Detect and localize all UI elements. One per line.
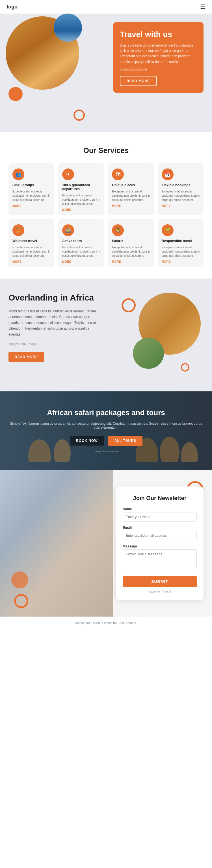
service-title-6: Safaris [112, 239, 123, 243]
newsletter-title: Join Our Newsletter [123, 495, 197, 501]
hero-image-credit: Images from freepik [120, 67, 197, 71]
service-body-0: Excepteur sint occaecat cupidatat non pr… [12, 189, 50, 202]
newsletter-photo [0, 470, 113, 617]
service-icon-1: ✈ [62, 168, 74, 180]
message-input[interactable] [123, 550, 197, 569]
service-body-1: Excepteur sint occaecat cupidatat non pr… [62, 193, 100, 206]
service-title-4: Wellness travel [12, 239, 37, 243]
services-heading: Our Services [8, 146, 204, 155]
service-body-4: Excepteur sint occaecat cupidatat non pr… [12, 245, 50, 258]
submit-button[interactable]: SUBMIT [123, 576, 197, 587]
hero-small-circle-image [54, 13, 82, 42]
safari-section: African safari packages and tours Simple… [0, 392, 212, 470]
service-icon-0: 👥 [12, 168, 24, 180]
service-body-5: Excepteur sint occaecat cupidatat non pr… [62, 245, 100, 258]
hero-ring-decoration [74, 110, 85, 121]
hero-body: Duis aute irure dolor in reprehenderit i… [120, 43, 197, 65]
email-label: Email [123, 526, 197, 530]
service-title-2: Unique places [112, 183, 135, 187]
overlanding-orange-ring [122, 298, 136, 312]
service-body-6: Excepteur sint occaecat cupidatat non pr… [112, 245, 150, 258]
services-section: Our Services 👥 Small groups Excepteur si… [0, 132, 212, 279]
overlanding-content: Overlanding in Africa Morbi tempus iacul… [8, 292, 105, 362]
newsletter-ring [14, 594, 28, 608]
hero-title: Travel with us [120, 30, 197, 39]
service-icon-4: 🏋 [12, 224, 24, 236]
safari-body: Simple Text. Lorem ipsum dolor sit amet,… [8, 422, 204, 430]
service-icon-6: 🦁 [112, 224, 124, 236]
safari-image-credit: image from Freepix [8, 450, 204, 453]
service-more-link-2[interactable]: MORE [112, 204, 121, 208]
service-card-2: 🗺 Unique places Excepteur sint occaecat … [108, 163, 154, 215]
service-title-1: 100% guaranteed departures [62, 183, 100, 191]
overlanding-title: Overlanding in Africa [8, 292, 99, 303]
newsletter-section: Join Our Newsletter Name Email Message S… [0, 470, 212, 617]
couple-image [0, 470, 113, 617]
overlanding-small-circle [133, 338, 164, 369]
overlanding-image-group [105, 292, 204, 377]
services-grid: 👥 Small groups Excepteur sint occaecat c… [8, 163, 204, 267]
service-body-3: Excepteur sint occaecat cupidatat non pr… [162, 189, 200, 202]
safari-all-tours-button[interactable]: ALL TOURS [108, 436, 142, 446]
service-card-3: 📅 Flexible bookings Excepteur sint occae… [158, 163, 204, 215]
service-more-link-0[interactable]: MORE [12, 204, 22, 208]
email-field-group: Email [123, 526, 197, 540]
name-field-group: Name [123, 507, 197, 522]
safari-book-now-button[interactable]: BOOK NOW [70, 436, 104, 446]
hero-content-box: Travel with us Duis aute irure dolor in … [113, 22, 204, 93]
safari-title: African safari packages and tours [8, 408, 204, 417]
name-label: Name [123, 507, 197, 511]
message-field-group: Message [123, 544, 197, 570]
service-icon-7: 🌱 [162, 224, 174, 236]
service-body-7: Excepteur sint occaecat cupidatat non pr… [162, 245, 200, 258]
service-card-6: 🦁 Safaris Excepteur sint occaecat cupida… [108, 219, 154, 267]
hero-read-more-button[interactable]: READ MORE [120, 76, 157, 86]
service-more-link-7[interactable]: MORE [162, 260, 171, 263]
newsletter-form-wrapper: Join Our Newsletter Name Email Message S… [116, 487, 204, 600]
header: logo ☰ [0, 0, 212, 13]
service-more-link-6[interactable]: MORE [112, 260, 121, 263]
hero-section: Travel with us Duis aute irure dolor in … [0, 13, 212, 132]
service-body-2: Excepteur sint occaecat cupidatat non pr… [112, 189, 150, 202]
overlanding-small-ring [181, 363, 189, 372]
safari-content: African safari packages and tours Simple… [8, 408, 204, 453]
service-more-link-5[interactable]: MORE [62, 260, 71, 263]
newsletter-image-credit: image from freepik [123, 590, 197, 593]
menu-icon[interactable]: ☰ [200, 3, 205, 10]
service-card-5: 🚵 Active tours Excepteur sint occaecat c… [58, 219, 104, 267]
service-card-7: 🌱 Responsible travel Excepteur sint occa… [158, 219, 204, 267]
hero-image-group [6, 17, 85, 95]
newsletter-orange-circle [11, 571, 28, 588]
service-title-3: Flexible bookings [162, 183, 190, 187]
service-card-1: ✈ 100% guaranteed departures Excepteur s… [58, 163, 104, 215]
service-title-0: Small groups [12, 183, 34, 187]
service-icon-3: 📅 [162, 168, 174, 180]
sky-image [54, 13, 82, 42]
overlanding-body: Morbi tempus iaculis urna id volutpat la… [8, 308, 99, 337]
email-input[interactable] [123, 531, 197, 540]
logo: logo [7, 4, 18, 10]
hero-orange-dot [8, 87, 23, 101]
service-more-link-1[interactable]: MORE [62, 208, 71, 211]
safari-button-group: BOOK NOW ALL TOURS [8, 436, 204, 446]
message-label: Message [123, 544, 197, 548]
footer-note: Sample text. Click to select the Text El… [0, 617, 212, 629]
service-card-0: 👥 Small groups Excepteur sint occaecat c… [8, 163, 54, 215]
service-icon-2: 🗺 [112, 168, 124, 180]
service-icon-5: 🚵 [62, 224, 74, 236]
service-title-7: Responsible travel [162, 239, 192, 243]
overlanding-section: Overlanding in Africa Morbi tempus iacul… [0, 279, 212, 392]
name-input[interactable] [123, 512, 197, 522]
service-title-5: Active tours [62, 239, 82, 243]
overlanding-image-credit: Images from Freepik [8, 342, 99, 346]
overlanding-read-more-button[interactable]: READ MORE [8, 352, 44, 362]
service-card-4: 🏋 Wellness travel Excepteur sint occaeca… [8, 219, 54, 267]
service-more-link-4[interactable]: MORE [12, 260, 22, 263]
service-more-link-3[interactable]: MORE [162, 204, 171, 208]
